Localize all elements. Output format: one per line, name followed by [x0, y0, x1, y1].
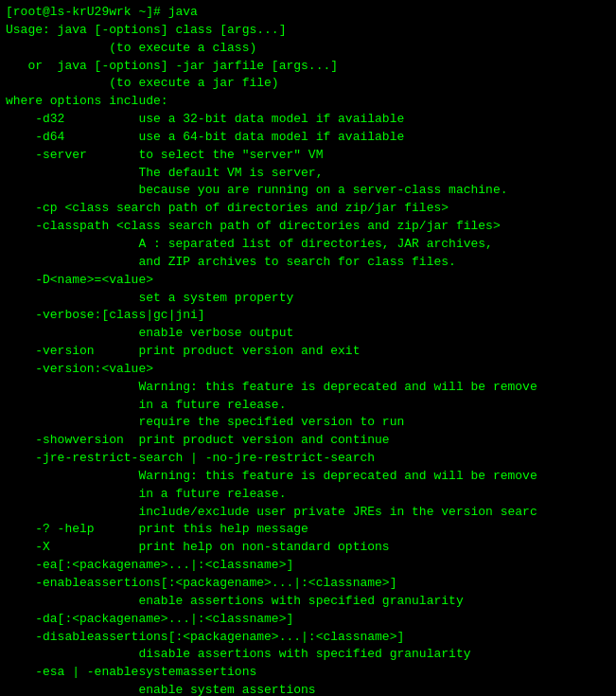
- terminal-line: Usage: java [-options] class [args...]: [6, 22, 610, 40]
- terminal-line: (to execute a class): [6, 40, 610, 58]
- terminal-output: [root@ls-krU29wrk ~]# javaUsage: java [-…: [6, 4, 610, 696]
- terminal-line: disable assertions with specified granul…: [6, 646, 610, 664]
- terminal-line: -D<name>=<value>: [6, 272, 610, 290]
- terminal-line: Warning: this feature is deprecated and …: [6, 468, 610, 486]
- terminal-line: where options include:: [6, 93, 610, 111]
- terminal-line: and ZIP archives to search for class fil…: [6, 254, 610, 272]
- terminal-line: -classpath <class search path of directo…: [6, 218, 610, 236]
- terminal-line: -showversion print product version and c…: [6, 432, 610, 450]
- terminal-line: in a future release.: [6, 486, 610, 504]
- terminal-line: -d32 use a 32-bit data model if availabl…: [6, 111, 610, 129]
- terminal-line: The default VM is server,: [6, 165, 610, 183]
- terminal-line: -verbose:[class|gc|jni]: [6, 307, 610, 325]
- terminal-line: or java [-options] -jar jarfile [args...…: [6, 58, 610, 76]
- terminal-line: A : separated list of directories, JAR a…: [6, 236, 610, 254]
- terminal-line: require the specified version to run: [6, 414, 610, 432]
- terminal-line: because you are running on a server-clas…: [6, 182, 610, 200]
- terminal-line: set a system property: [6, 290, 610, 308]
- terminal-line: -enableassertions[:<packagename>...|:<cl…: [6, 575, 610, 593]
- terminal-line: enable assertions with specified granula…: [6, 593, 610, 611]
- terminal-line: [root@ls-krU29wrk ~]# java: [6, 4, 610, 22]
- terminal-line: -X print help on non-standard options: [6, 539, 610, 557]
- terminal-line: -? -help print this help message: [6, 521, 610, 539]
- terminal-window: [root@ls-krU29wrk ~]# javaUsage: java [-…: [0, 0, 616, 696]
- terminal-line: -esa | -enablesystemassertions: [6, 664, 610, 682]
- terminal-line: -da[:<packagename>...|:<classname>]: [6, 611, 610, 629]
- terminal-line: (to execute a jar file): [6, 75, 610, 93]
- terminal-line: -ea[:<packagename>...|:<classname>]: [6, 557, 610, 575]
- terminal-line: enable system assertions: [6, 682, 610, 696]
- terminal-line: -server to select the "server" VM: [6, 147, 610, 165]
- terminal-line: Warning: this feature is deprecated and …: [6, 379, 610, 397]
- terminal-line: -version:<value>: [6, 361, 610, 379]
- terminal-line: -d64 use a 64-bit data model if availabl…: [6, 129, 610, 147]
- terminal-line: in a future release.: [6, 397, 610, 415]
- terminal-line: -jre-restrict-search | -no-jre-restrict-…: [6, 450, 610, 468]
- terminal-line: enable verbose output: [6, 325, 610, 343]
- terminal-line: include/exclude user private JREs in the…: [6, 504, 610, 522]
- terminal-line: -cp <class search path of directories an…: [6, 200, 610, 218]
- terminal-line: -version print product version and exit: [6, 343, 610, 361]
- terminal-line: -disableassertions[:<packagename>...|:<c…: [6, 629, 610, 647]
